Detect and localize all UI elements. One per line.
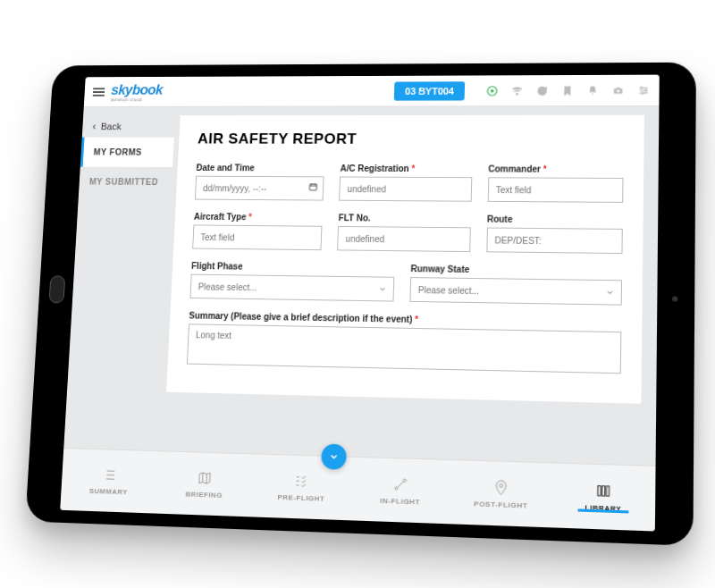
logo: skybook aviation cloud [111,82,163,101]
bookmark-icon[interactable] [561,84,574,97]
field-runway-state: Runway State [409,264,622,305]
route-icon [392,475,409,492]
checklist-icon [293,473,310,490]
tab-label: POST-FLIGHT [474,500,528,509]
label-ac-reg: A/C Registration * [341,164,473,173]
tablet-frame: skybook aviation cloud 03 BYT004 [25,63,696,546]
main-content: AIR SAFETY REPORT Date and Time A/C Regi… [158,106,660,466]
svg-point-10 [500,483,503,487]
label-flt-no: FLT No. [339,213,471,223]
flight-badge[interactable]: 03 BYT004 [394,81,465,100]
tab-briefing[interactable]: BRIEFING [156,468,253,500]
chevron-down-icon [329,451,340,463]
label-route: Route [487,214,623,225]
tab-label: IN-FLIGHT [380,496,420,506]
camera-icon[interactable] [611,84,624,97]
textarea-summary[interactable] [187,323,622,374]
input-flt-no[interactable] [337,226,470,252]
field-summary: Summary (Please give a brief description… [187,311,622,374]
input-datetime[interactable] [195,176,324,201]
camera-dot [672,296,677,301]
tab-preflight[interactable]: PRE-FLIGHT [252,471,351,503]
svg-rect-11 [598,485,601,495]
tab-inflight[interactable]: IN-FLIGHT [350,475,451,508]
bell-icon[interactable] [586,84,599,97]
label-aircraft-type: Aircraft Type * [194,212,324,223]
menu-icon[interactable] [93,88,105,96]
location-icon [492,479,509,496]
label-commander: Commander * [488,164,624,174]
label-runway-state: Runway State [410,264,622,276]
back-label: Back [101,122,122,131]
field-aircraft-type: Aircraft Type * [192,212,323,250]
svg-rect-12 [602,485,605,495]
svg-point-1 [491,89,494,92]
refresh-icon[interactable] [536,84,549,97]
home-button[interactable] [49,275,66,303]
topbar: skybook aviation cloud 03 BYT004 [84,75,660,107]
svg-rect-13 [606,485,609,495]
sync-status-icon[interactable] [486,85,499,97]
chevron-left-icon: ‹ [92,121,96,132]
svg-point-4 [641,87,643,88]
tab-postflight[interactable]: POST-FLIGHT [450,477,552,510]
calendar-icon[interactable] [308,181,319,192]
form-card: AIR SAFETY REPORT Date and Time A/C Regi… [166,115,644,404]
back-button[interactable]: ‹ Back [82,115,175,138]
fab-expand-button[interactable] [321,444,347,470]
chevron-down-icon [605,288,614,297]
library-icon [595,482,612,499]
input-aircraft-type[interactable] [192,224,323,250]
field-flt-no: FLT No. [337,213,471,252]
app-screen: skybook aviation cloud 03 BYT004 [60,75,660,532]
map-icon [197,469,213,486]
field-commander: Commander * [487,164,623,203]
sidebar-item-my-submitted[interactable]: MY SUBMITTED [79,167,172,197]
tab-summary[interactable]: SUMMARY [61,465,157,496]
input-route[interactable] [486,227,623,254]
svg-point-5 [644,89,646,91]
field-ac-reg: A/C Registration * [339,164,472,202]
field-flight-phase: Flight Phase [189,261,394,302]
list-icon [101,466,117,483]
chevron-down-icon [378,284,387,293]
svg-point-9 [403,478,406,481]
sidebar-item-my-forms[interactable]: MY FORMS [80,138,174,167]
field-datetime: Date and Time [195,163,325,200]
tab-library[interactable]: LIBRARY [551,481,655,514]
select-flight-phase[interactable] [189,274,394,302]
sidebar-item-label: MY SUBMITTED [89,177,159,187]
logo-text: skybook [111,82,163,97]
input-commander[interactable] [487,177,623,203]
tab-label: BRIEFING [185,490,223,499]
topbar-icons [486,84,651,97]
svg-point-8 [395,486,398,489]
svg-rect-7 [310,184,317,190]
settings-icon[interactable] [637,84,650,97]
label-flight-phase: Flight Phase [191,261,395,273]
label-datetime: Date and Time [196,163,324,172]
field-route: Route [486,214,623,254]
sidebar: ‹ Back MY FORMS MY SUBMITTED [63,107,175,450]
sidebar-item-label: MY FORMS [93,147,142,157]
logo-subtext: aviation cloud [111,97,163,101]
select-runway-state[interactable] [409,277,622,306]
wifi-icon[interactable] [510,84,523,97]
tab-label: PRE-FLIGHT [277,492,324,502]
tab-label: SUMMARY [89,486,128,495]
tab-label: LIBRARY [585,503,621,513]
input-ac-reg[interactable] [339,176,472,201]
svg-point-2 [517,93,518,95]
svg-point-6 [642,92,644,94]
form-title: AIR SAFETY REPORT [198,130,624,148]
